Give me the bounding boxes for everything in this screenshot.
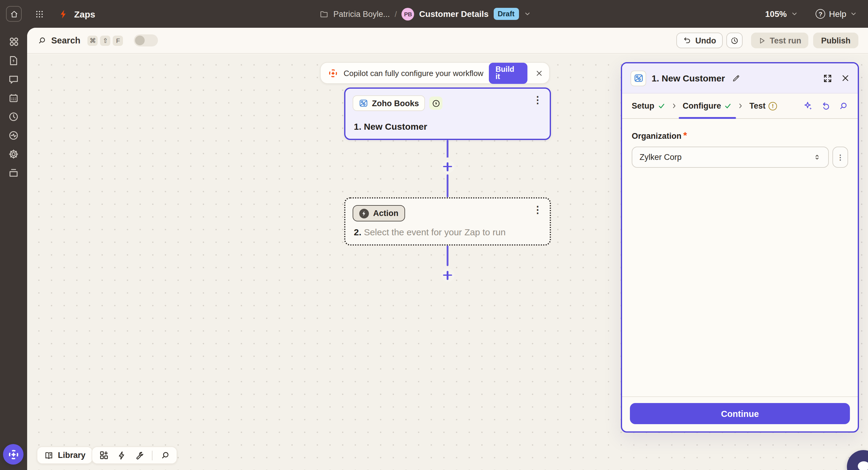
app-chip[interactable]: Zoho Books bbox=[352, 95, 425, 111]
editor-toolbar: Search ⌘ ⇧ F Undo bbox=[27, 28, 868, 54]
copilot-fab-button[interactable] bbox=[3, 444, 24, 465]
search-control[interactable]: Search ⌘ ⇧ F bbox=[37, 34, 158, 47]
connector-line bbox=[447, 174, 448, 197]
tab-chevron-icon bbox=[738, 102, 744, 109]
tab-test[interactable]: Test bbox=[749, 93, 777, 118]
shortcut-keys: ⌘ ⇧ F bbox=[88, 35, 123, 46]
action-chip[interactable]: Action bbox=[352, 205, 405, 222]
interfaces-icon[interactable] bbox=[7, 36, 20, 48]
breadcrumb-project[interactable]: Patricia Boyle... bbox=[333, 9, 390, 19]
undo-label: Undo bbox=[695, 36, 716, 45]
organization-value: Zylker Corp bbox=[640, 153, 682, 162]
panel-header: 1. New Customer bbox=[622, 63, 858, 93]
blocks-add-icon[interactable] bbox=[99, 450, 109, 460]
trigger-type-chip[interactable] bbox=[429, 96, 442, 110]
action-step-number: 2. bbox=[354, 227, 361, 237]
add-step-button[interactable] bbox=[441, 160, 454, 173]
grid-dots-icon bbox=[35, 9, 44, 19]
help-icon bbox=[815, 9, 825, 19]
action-node[interactable]: Action ⋮ 2. Select the event for your Za… bbox=[344, 197, 551, 245]
wrench-icon[interactable] bbox=[134, 450, 144, 460]
undo-icon bbox=[683, 36, 692, 45]
search-icon bbox=[37, 36, 46, 45]
add-step-button[interactable] bbox=[441, 268, 454, 282]
select-chevrons-icon bbox=[813, 153, 821, 161]
toolbar-actions: Undo Test run Publish bbox=[677, 33, 858, 48]
help-label: Help bbox=[829, 9, 846, 19]
expand-icon[interactable] bbox=[823, 73, 832, 83]
test-run-button[interactable]: Test run bbox=[751, 33, 809, 48]
connector-line bbox=[447, 140, 448, 159]
panel-footer: Continue bbox=[622, 396, 858, 431]
canvas-search-icon[interactable] bbox=[160, 450, 170, 460]
search-toggle[interactable] bbox=[134, 34, 158, 47]
connector-line bbox=[447, 245, 448, 266]
tab-configure[interactable]: Configure bbox=[683, 93, 732, 118]
toggle-knob bbox=[135, 36, 145, 45]
required-marker: * bbox=[683, 130, 687, 141]
history-button[interactable] bbox=[726, 33, 743, 48]
calendar-icon[interactable] bbox=[7, 92, 20, 104]
step-config-panel: 1. New Customer Setup bbox=[621, 62, 859, 433]
help-chevron-icon bbox=[850, 10, 857, 18]
build-it-button[interactable]: Build it bbox=[489, 62, 527, 84]
zoom-search-icon[interactable] bbox=[838, 101, 848, 111]
home-button[interactable] bbox=[6, 6, 22, 22]
copilot-banner: Copilot can fully configure your workflo… bbox=[320, 62, 550, 84]
action-node-menu[interactable]: ⋮ bbox=[533, 205, 542, 215]
action-bolt-icon bbox=[359, 208, 369, 218]
chat-bubble-icon bbox=[855, 458, 868, 470]
trigger-node-menu[interactable]: ⋮ bbox=[533, 95, 542, 105]
play-icon bbox=[758, 36, 766, 45]
panel-tabs: Setup Configure bbox=[622, 93, 858, 119]
undo-button[interactable]: Undo bbox=[677, 33, 723, 48]
monitoring-icon[interactable] bbox=[7, 129, 20, 141]
brand: Zaps bbox=[59, 9, 95, 19]
key-shift: ⇧ bbox=[100, 35, 111, 46]
key-f: F bbox=[113, 35, 123, 46]
copilot-fab-icon bbox=[7, 448, 20, 461]
zoom-level[interactable]: 105% bbox=[765, 9, 787, 19]
check-icon bbox=[724, 102, 732, 110]
app-grid-button[interactable] bbox=[35, 9, 44, 19]
trigger-node[interactable]: Zoho Books ⋮ 1. New Customer bbox=[344, 87, 551, 140]
ai-sparkle-icon[interactable] bbox=[803, 101, 813, 111]
banner-close-icon[interactable] bbox=[535, 69, 543, 77]
panel-app-icon bbox=[630, 70, 646, 86]
help-menu[interactable]: Help bbox=[815, 9, 857, 19]
app-chip-label: Zoho Books bbox=[372, 99, 419, 108]
folder-icon bbox=[319, 9, 329, 19]
tab-setup[interactable]: Setup bbox=[632, 93, 665, 118]
zap-file-icon[interactable] bbox=[7, 54, 20, 66]
zoom-chevron-icon[interactable] bbox=[791, 10, 798, 18]
history-clock-icon[interactable] bbox=[7, 110, 20, 122]
avatar: PB bbox=[402, 7, 414, 20]
copilot-message: Copilot can fully configure your workflo… bbox=[344, 68, 484, 78]
organization-select[interactable]: Zylker Corp bbox=[632, 147, 829, 168]
trigger-node-title: 1. New Customer bbox=[354, 121, 427, 131]
tab-chevron-icon bbox=[671, 102, 677, 109]
warning-icon bbox=[769, 102, 777, 110]
zap-title[interactable]: Customer Details bbox=[419, 9, 489, 19]
check-icon bbox=[657, 102, 665, 110]
bolt-tool-icon[interactable] bbox=[117, 450, 127, 460]
breadcrumb-separator: / bbox=[395, 9, 397, 19]
close-icon[interactable] bbox=[841, 74, 850, 83]
settings-gear-icon[interactable] bbox=[7, 148, 20, 160]
chevron-down-icon[interactable] bbox=[524, 10, 531, 18]
continue-button[interactable]: Continue bbox=[630, 403, 850, 424]
apps-drawer-icon[interactable] bbox=[7, 167, 20, 179]
home-icon bbox=[9, 9, 19, 19]
refresh-icon[interactable] bbox=[821, 101, 831, 111]
status-badge: Draft bbox=[493, 8, 519, 20]
edit-pencil-icon[interactable] bbox=[732, 74, 740, 82]
key-cmd: ⌘ bbox=[88, 35, 98, 46]
library-button[interactable]: Library bbox=[37, 446, 93, 464]
editor-content: Search ⌘ ⇧ F Undo bbox=[27, 28, 868, 470]
divider bbox=[152, 450, 153, 460]
topbar-right: 105% Help bbox=[765, 9, 857, 19]
field-menu-button[interactable]: ⋮ bbox=[832, 147, 848, 168]
chat-icon[interactable] bbox=[7, 73, 20, 85]
canvas-tools bbox=[92, 446, 177, 464]
publish-button[interactable]: Publish bbox=[813, 33, 858, 48]
